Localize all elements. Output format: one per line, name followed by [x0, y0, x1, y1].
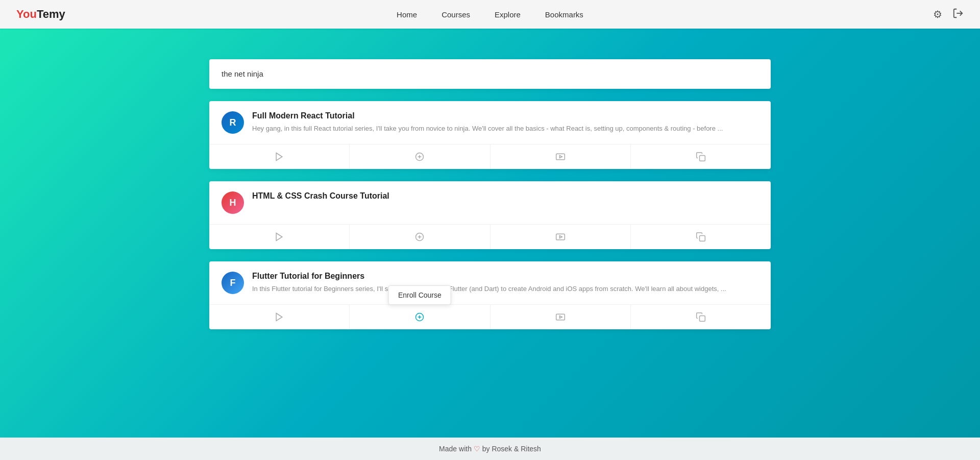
svg-rect-12 [556, 234, 565, 240]
course-title-react: Full Modern React Tutorial [252, 111, 758, 120]
svg-marker-20 [559, 316, 562, 319]
course-info-html: HTML & CSS Crash Course Tutorial [252, 191, 758, 204]
nav-links: Home Courses Explore Bookmarks [397, 10, 583, 19]
svg-marker-6 [559, 156, 562, 158]
course-card-flutter: F Flutter Tutorial for Beginners In this… [209, 261, 771, 329]
navbar: YouTemy Home Courses Explore Bookmarks ⚙ [0, 0, 980, 29]
course-thumbnail-react: R [222, 111, 244, 134]
svg-marker-1 [276, 153, 282, 161]
copy-button-react[interactable] [631, 144, 771, 169]
svg-rect-21 [699, 316, 705, 322]
add-button-flutter[interactable]: Enroll Course [350, 305, 490, 329]
nav-home[interactable]: Home [397, 10, 417, 19]
course-title-html: HTML & CSS Crash Course Tutorial [252, 191, 758, 201]
course-card-html: H HTML & CSS Crash Course Tutorial [209, 181, 771, 249]
heart-icon: ♡ [474, 445, 482, 453]
nav-explore[interactable]: Explore [495, 10, 521, 19]
play-button-react[interactable] [209, 144, 350, 169]
footer-text: Made with ♡ by Rosek & Ritesh [439, 445, 541, 453]
add-button-react[interactable] [350, 144, 490, 169]
play-button-flutter[interactable] [209, 305, 350, 329]
brand-temy: Temy [37, 8, 65, 21]
course-title-flutter: Flutter Tutorial for Beginners [252, 272, 758, 281]
footer: Made with ♡ by Rosek & Ritesh [0, 438, 980, 460]
copy-button-html[interactable] [631, 225, 771, 249]
course-description-flutter: In this Flutter tutorial for Beginners s… [252, 284, 758, 294]
course-description-react: Hey gang, in this full React tutorial se… [252, 124, 758, 134]
settings-icon[interactable]: ⚙ [933, 8, 942, 20]
course-actions-react [209, 144, 771, 169]
video-button-react[interactable] [491, 144, 631, 169]
video-button-flutter[interactable] [491, 305, 631, 329]
video-button-html[interactable] [491, 225, 631, 249]
svg-rect-19 [556, 314, 565, 320]
search-input[interactable] [222, 69, 758, 78]
navbar-right: ⚙ [933, 8, 964, 21]
course-info-flutter: Flutter Tutorial for Beginners In this F… [252, 272, 758, 294]
course-header-flutter: F Flutter Tutorial for Beginners In this… [209, 261, 771, 300]
course-info-react: Full Modern React Tutorial Hey gang, in … [252, 111, 758, 134]
svg-marker-8 [276, 233, 282, 241]
course-actions-html [209, 224, 771, 249]
svg-rect-5 [556, 154, 565, 160]
svg-rect-7 [699, 156, 705, 161]
add-button-html[interactable] [350, 225, 490, 249]
course-card-react: R Full Modern React Tutorial Hey gang, i… [209, 101, 771, 169]
brand-logo[interactable]: YouTemy [16, 8, 65, 21]
play-button-html[interactable] [209, 225, 350, 249]
nav-bookmarks[interactable]: Bookmarks [545, 10, 583, 19]
nav-courses[interactable]: Courses [442, 10, 470, 19]
brand-you: You [16, 8, 37, 21]
course-header-react: R Full Modern React Tutorial Hey gang, i… [209, 101, 771, 140]
main-content: R Full Modern React Tutorial Hey gang, i… [0, 29, 980, 438]
svg-marker-15 [276, 313, 282, 321]
course-actions-flutter: Enroll Course [209, 304, 771, 329]
course-thumbnail-flutter: F [222, 272, 244, 294]
search-card [209, 59, 771, 89]
course-header-html: H HTML & CSS Crash Course Tutorial [209, 181, 771, 220]
svg-marker-13 [559, 236, 562, 238]
svg-rect-14 [699, 236, 705, 241]
logout-icon[interactable] [952, 8, 964, 21]
course-thumbnail-html: H [222, 191, 244, 214]
copy-button-flutter[interactable] [631, 305, 771, 329]
